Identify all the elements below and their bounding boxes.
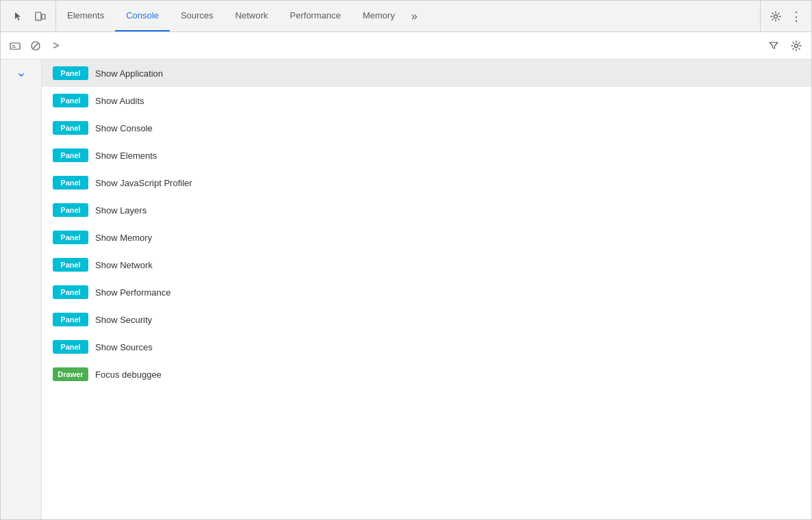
list-item[interactable]: Panel Show Console — [42, 114, 811, 142]
clear-console-icon-button[interactable] — [27, 37, 45, 55]
main-content: Panel Show Application Panel Show Audits… — [1, 60, 811, 519]
list-item[interactable]: Panel Show Elements — [42, 142, 811, 169]
item-label: Show Security — [95, 315, 152, 325]
list-item[interactable]: Panel Show Performance — [42, 278, 811, 306]
list-item[interactable]: Panel Show JavaScript Profiler — [42, 169, 811, 196]
list-item[interactable]: Drawer Focus debuggee — [42, 361, 811, 388]
badge-panel: Panel — [53, 66, 88, 80]
kebab-menu-button[interactable]: ⋮ — [789, 7, 803, 26]
item-label: Show Audits — [95, 96, 144, 106]
tab-bar: Elements Console Sources Network Perform… — [56, 1, 760, 31]
second-toolbar-right — [765, 36, 806, 55]
tab-elements[interactable]: Elements — [56, 1, 115, 31]
badge-panel: Panel — [53, 94, 88, 107]
tab-sources[interactable]: Sources — [170, 1, 225, 31]
toolbar-right: ⋮ — [760, 1, 809, 31]
item-label: Show Layers — [95, 205, 147, 216]
badge-panel: Panel — [53, 285, 88, 299]
second-toolbar: > — [1, 32, 811, 60]
tab-memory[interactable]: Memory — [352, 1, 406, 31]
prompt-caret: > — [53, 40, 59, 52]
tab-overflow-button[interactable]: » — [406, 1, 423, 31]
console-input-area[interactable]: > — [47, 37, 762, 55]
top-toolbar: Elements Console Sources Network Perform… — [1, 1, 811, 32]
list-item[interactable]: Panel Show Sources — [42, 333, 811, 361]
item-label: Show JavaScript Profiler — [95, 178, 192, 188]
list-item[interactable]: Panel Show Audits — [42, 87, 811, 114]
item-label: Focus debuggee — [95, 369, 162, 380]
tab-console[interactable]: Console — [115, 1, 170, 31]
item-label: Show Application — [95, 68, 163, 79]
badge-panel: Panel — [53, 203, 88, 217]
badge-panel: Panel — [53, 231, 88, 244]
item-label: Show Console — [95, 123, 153, 133]
svg-point-6 — [795, 44, 798, 47]
item-label: Show Network — [95, 260, 153, 270]
svg-rect-4 — [10, 43, 20, 49]
badge-panel: Panel — [53, 148, 88, 162]
left-sidebar — [1, 60, 42, 519]
tab-performance[interactable]: Performance — [279, 1, 351, 31]
list-item[interactable]: Panel Show Memory — [42, 224, 811, 251]
devtools-container: Elements Console Sources Network Perform… — [0, 0, 812, 520]
svg-rect-2 — [42, 14, 45, 19]
item-label: Show Elements — [95, 151, 157, 161]
console-settings-icon-button[interactable] — [787, 36, 806, 55]
list-item[interactable]: Panel Show Network — [42, 251, 811, 278]
svg-rect-1 — [38, 19, 39, 20]
badge-panel: Panel — [53, 121, 88, 135]
list-item[interactable]: Panel Show Security — [42, 306, 811, 333]
list-item[interactable]: Panel Show Layers — [42, 196, 811, 224]
badge-panel: Panel — [53, 258, 88, 272]
svg-point-3 — [774, 14, 778, 18]
item-label: Show Performance — [95, 287, 171, 298]
console-messages-icon-button[interactable] — [6, 37, 24, 55]
badge-drawer: Drawer — [53, 367, 88, 381]
list-item[interactable]: Panel Show Application — [42, 60, 811, 87]
tab-network[interactable]: Network — [225, 1, 279, 31]
toolbar-icon-group — [3, 1, 56, 31]
badge-panel: Panel — [53, 313, 88, 326]
device-toolbar-icon-button[interactable] — [31, 7, 50, 26]
cursor-icon-button[interactable] — [9, 7, 28, 26]
settings-icon-button[interactable] — [766, 7, 785, 26]
item-label: Show Sources — [95, 342, 153, 352]
filter-icon-button[interactable] — [765, 37, 783, 55]
command-dropdown-panel: Panel Show Application Panel Show Audits… — [42, 60, 811, 519]
badge-panel: Panel — [53, 176, 88, 190]
badge-panel: Panel — [53, 340, 88, 354]
item-label: Show Memory — [95, 233, 152, 243]
sidebar-expand-button[interactable] — [12, 65, 31, 84]
